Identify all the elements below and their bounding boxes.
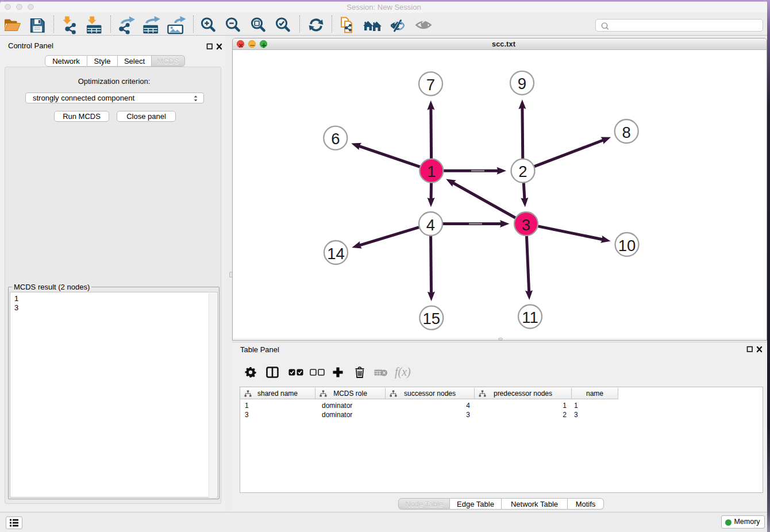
svg-text:10: 10 bbox=[618, 237, 636, 255]
svg-text:7: 7 bbox=[426, 76, 435, 94]
svg-text:14: 14 bbox=[327, 245, 345, 263]
svg-text:9: 9 bbox=[518, 75, 526, 92]
svg-text:3: 3 bbox=[522, 216, 530, 234]
svg-text:15: 15 bbox=[423, 310, 441, 327]
svg-text:11: 11 bbox=[522, 309, 538, 326]
svg-text:1: 1 bbox=[427, 163, 436, 180]
svg-text:6: 6 bbox=[331, 130, 340, 148]
svg-text:4: 4 bbox=[426, 216, 435, 234]
svg-text:8: 8 bbox=[622, 124, 631, 141]
svg-text:2: 2 bbox=[518, 163, 527, 180]
